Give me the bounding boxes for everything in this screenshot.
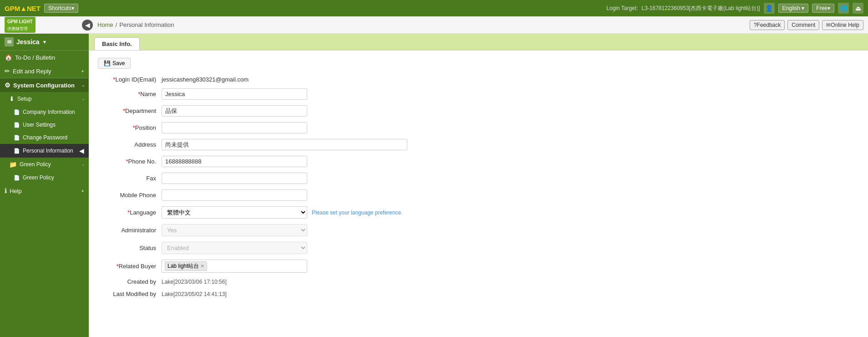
sidebar-item-green-policy[interactable]: 📄 Green Policy — [0, 171, 89, 184]
feedback-button[interactable]: ?Feedback — [750, 20, 785, 30]
sidebar-username: Jessica — [16, 38, 40, 46]
sidebar-edit-label: Edit and Reply — [13, 68, 51, 75]
green-policy-doc-icon: 📄 — [14, 175, 20, 181]
mobile-input[interactable] — [162, 189, 307, 201]
address-row: Address — [98, 139, 859, 150]
status-row: Status Enabled Disabled — [98, 242, 859, 254]
last-modified-row: Last Modified by Lake[2023/05/02 14:41:1… — [98, 291, 859, 297]
department-label: *Department — [98, 107, 162, 114]
user-doc-icon: 📄 — [14, 122, 20, 128]
fax-row: Fax — [98, 173, 859, 184]
language-select[interactable]: 繁體中文 English 简体中文 — [162, 206, 307, 219]
help-icon: ℹ — [5, 187, 7, 194]
sidebar-item-green-policy-group[interactable]: 📁 Green Policy - — [0, 158, 89, 171]
sidebar-item-edit-reply[interactable]: ✏ Edit and Reply + — [0, 64, 89, 78]
created-by-value: Lake[2023/03/06 17:10:56] — [162, 279, 227, 285]
free-button[interactable]: Free▾ — [812, 4, 834, 13]
status-label: Status — [98, 245, 162, 251]
tab-bar: Basic Info. — [89, 34, 868, 51]
created-by-row: Created by Lake[2023/03/06 17:10:56] — [98, 278, 859, 285]
buyer-tag: Lab light站台 ✕ — [165, 261, 207, 271]
fax-input[interactable] — [162, 173, 307, 184]
content-area: Basic Info. 💾 Save *Login ID(Email) jess… — [89, 34, 868, 337]
sidebar-item-company-info[interactable]: 📄 Company Information — [0, 106, 89, 118]
personal-doc-icon: 📄 — [14, 148, 20, 154]
form-container: 💾 Save *Login ID(Email) jessicasheng8303… — [89, 51, 868, 310]
home-link[interactable]: Home — [97, 21, 113, 28]
home-icon: 🏠 — [5, 54, 12, 61]
status-select: Enabled Disabled — [162, 242, 307, 254]
topbar: GPM▲NET Shortcuts▾ Login Target: L3-1678… — [0, 0, 868, 16]
action-buttons: ?Feedback Comment ✉Online Help — [750, 20, 863, 30]
login-id-row: *Login ID(Email) jessicasheng830321@gmai… — [98, 76, 859, 83]
settings-icon: ⚙ — [5, 82, 10, 89]
mobile-label: Mobile Phone — [98, 192, 162, 199]
phone-row: *Phone No. — [98, 156, 859, 167]
secondbar: GPM LIGHT供應鏈管理 ◀ Home / Personal Informa… — [0, 16, 868, 34]
sidebar-item-setup[interactable]: ⬇ Setup - — [0, 92, 89, 106]
save-icon: 💾 — [104, 60, 111, 66]
english-button[interactable]: English ▾ — [778, 4, 809, 13]
created-by-label: Created by — [98, 278, 162, 285]
sidebar-item-personal-info[interactable]: 📄 Personal Information ◀ — [0, 144, 89, 158]
save-button[interactable]: 💾 Save — [98, 58, 131, 69]
language-row: *Language 繁體中文 English 简体中文 Please set y… — [98, 206, 859, 219]
topbar-logo: GPM▲NET — [5, 5, 41, 12]
login-id-label: *Login ID(Email) — [98, 76, 162, 83]
sidebar-help-label: Help — [10, 188, 22, 194]
breadcrumb: Home / Personal Information — [97, 21, 745, 28]
related-buyer-label: *Related Buyer — [98, 263, 162, 270]
breadcrumb-sep: / — [116, 21, 117, 28]
back-button[interactable]: ◀ — [82, 20, 93, 31]
sidebar-item-user-settings[interactable]: 📄 User Settings — [0, 118, 89, 131]
sidebar-item-help[interactable]: ℹ Help + — [0, 184, 89, 198]
shortcuts-button[interactable]: Shortcuts▾ — [44, 4, 78, 13]
green-policy-expand-icon: - — [82, 162, 84, 167]
name-row: *Name — [98, 88, 859, 100]
sidebar-item-system-config[interactable]: ⚙ System Configuration - — [0, 78, 89, 92]
globe-icon[interactable]: 🌐 — [838, 3, 849, 14]
password-doc-icon: 📄 — [14, 135, 20, 141]
sidebar-user[interactable]: ✉ Jessica ▾ — [0, 34, 89, 51]
user-icon[interactable]: 👤 — [764, 3, 775, 14]
company-doc-icon: 📄 — [14, 109, 20, 115]
admin-label: Administrator — [98, 227, 162, 234]
buyer-tag-close-icon[interactable]: ✕ — [200, 263, 204, 269]
tab-basic-info-label: Basic Info. — [102, 41, 132, 47]
position-row: *Position — [98, 122, 859, 133]
last-modified-label: Last Modified by — [98, 291, 162, 297]
sidebar-todo-label: To-Do / Bulletin — [15, 54, 55, 61]
sidebar-item-change-password[interactable]: 📄 Change Password — [0, 131, 89, 144]
language-label: *Language — [98, 209, 162, 216]
fax-label: Fax — [98, 175, 162, 182]
phone-input[interactable] — [162, 156, 307, 167]
exit-icon[interactable]: ⏏ — [853, 3, 863, 14]
department-row: *Department — [98, 105, 859, 117]
name-label: *Name — [98, 91, 162, 97]
gpm-logo: GPM LIGHT供應鏈管理 — [5, 17, 36, 33]
last-modified-value: Lake[2023/05/02 14:41:13] — [162, 291, 227, 297]
language-note: Please set your language preference. — [312, 209, 402, 216]
name-input[interactable] — [162, 88, 307, 100]
login-target-label: Login Target: — [606, 5, 638, 11]
green-policy-folder-icon: 📁 — [9, 161, 17, 168]
position-input[interactable] — [162, 122, 307, 133]
edit-expand-icon: + — [81, 68, 84, 74]
breadcrumb-current: Personal Information — [119, 21, 174, 28]
sidebar-user-dropdown[interactable]: ▾ — [43, 39, 46, 45]
sidebar-item-todo[interactable]: 🏠 To-Do / Bulletin — [0, 51, 89, 64]
setup-expand-icon: - — [82, 96, 84, 102]
help-expand-icon: + — [81, 188, 84, 194]
address-input[interactable] — [162, 139, 407, 150]
login-id-value: jessicasheng830321@gmail.com — [162, 76, 249, 83]
comment-button[interactable]: Comment — [787, 20, 819, 30]
tab-basic-info[interactable]: Basic Info. — [94, 37, 140, 50]
secondbar-logo: GPM LIGHT供應鏈管理 — [5, 17, 77, 33]
department-input[interactable] — [162, 105, 307, 117]
sidebar-user-settings-label: User Settings — [23, 122, 56, 128]
position-label: *Position — [98, 124, 162, 131]
address-label: Address — [98, 141, 162, 148]
online-help-button[interactable]: ✉Online Help — [822, 20, 863, 30]
sidebar-personal-info-label: Personal Information — [23, 148, 73, 154]
topbar-right: Login Target: L3-1678122360953[杰西卡電子廠(La… — [606, 3, 863, 14]
